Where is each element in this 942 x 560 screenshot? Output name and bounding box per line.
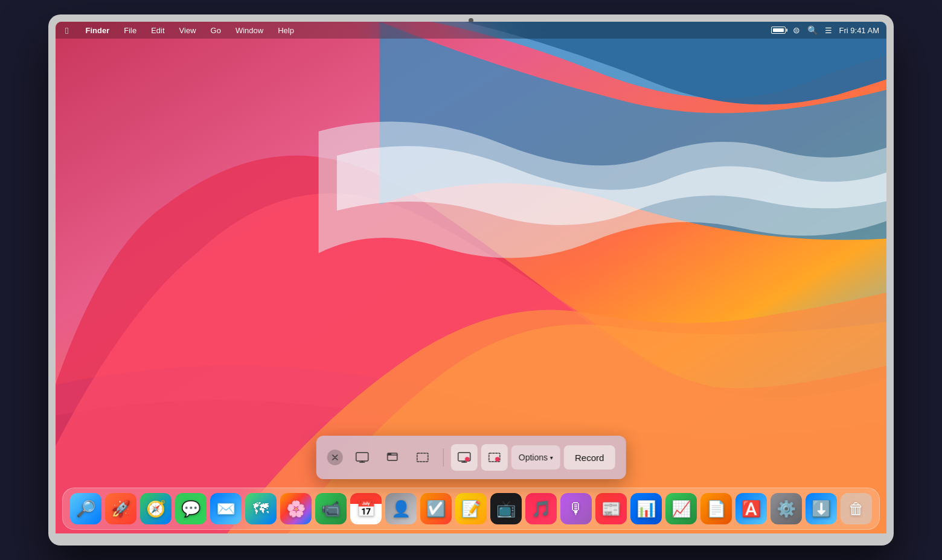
dock-item-launchpad[interactable]: 🚀 [105,493,136,524]
screenshot-toolbar: Options ▾ Record [316,436,626,479]
close-button[interactable] [327,450,343,465]
downloads-icon: ⬇️ [812,493,831,524]
dock-item-messages[interactable]: 💬 [175,493,207,524]
dock-item-notes[interactable]: 📝 [455,493,487,524]
options-label: Options [519,453,548,462]
safari-icon: 🧭 [146,493,165,524]
toolbar-divider [443,448,444,466]
app store-icon: 🅰️ [742,493,761,524]
dock-item-pages[interactable]: 📄 [700,493,732,524]
screen:  Finder File Edit View Go Window Help ⊜ [56,22,886,533]
bottom-bezel [56,533,886,546]
pages-icon: 📄 [706,493,726,524]
desktop: Options ▾ Record 🔎🚀🧭💬✉️🗺🌸📹📅👤☑️📝📺🎵🎙📰📊📈📄🅰️… [56,39,886,533]
dock-item-trash[interactable]: 🗑 [841,493,872,524]
edit-menu[interactable]: Edit [149,25,167,36]
dock-item-finder[interactable]: 🔎 [70,493,101,524]
dock-item-calendar[interactable]: 📅 [350,493,382,524]
svg-point-14 [496,457,499,461]
dock-item-numbers[interactable]: 📈 [665,493,697,524]
svg-rect-8 [417,453,428,462]
capture-selection-button[interactable] [409,444,436,471]
keynote-icon: 📊 [636,493,656,524]
dock-item-mail[interactable]: ✉️ [210,493,242,524]
wifi-icon[interactable]: ⊜ [793,25,800,35]
clock: Fri 9:41 AM [839,26,879,35]
photos-icon: 🌸 [286,493,306,524]
reminders-icon: ☑️ [426,493,446,524]
menubar-left:  Finder File Edit View Go Window Help [63,24,296,37]
music-icon: 🎵 [531,493,551,524]
file-menu[interactable]: File [121,25,139,36]
dock-item-system-preferences[interactable]: ⚙️ [771,493,802,524]
facetime-icon: 📹 [321,493,341,524]
mac-laptop-frame:  Finder File Edit View Go Window Help ⊜ [48,14,894,546]
battery-indicator [771,27,786,34]
svg-point-12 [466,457,469,461]
podcasts-icon: 🎙 [568,493,584,524]
go-menu[interactable]: Go [208,25,223,36]
dock-item-keynote[interactable]: 📊 [630,493,662,524]
finder-menu[interactable]: Finder [83,25,112,36]
view-menu[interactable]: View [177,25,199,36]
dock-item-maps[interactable]: 🗺 [245,493,277,524]
help-menu[interactable]: Help [275,25,296,36]
numbers-icon: 📈 [671,493,691,524]
dock: 🔎🚀🧭💬✉️🗺🌸📹📅👤☑️📝📺🎵🎙📰📊📈📄🅰️⚙️⬇️🗑 [62,488,880,530]
dock-item-apple-tv[interactable]: 📺 [490,493,522,524]
dock-item-reminders[interactable]: ☑️ [420,493,452,524]
record-button[interactable]: Record [564,445,615,469]
dock-item-photos[interactable]: 🌸 [280,493,312,524]
chevron-down-icon: ▾ [550,454,553,461]
record-selection-button[interactable] [481,444,508,471]
finder-icon: 🔎 [76,493,95,524]
dock-item-music[interactable]: 🎵 [525,493,557,524]
system preferences-icon: ⚙️ [777,493,796,524]
contacts-icon: 👤 [391,493,411,524]
options-button[interactable]: Options ▾ [511,445,560,469]
svg-rect-1 [356,453,368,461]
trash-icon: 🗑 [848,493,864,524]
dock-item-app-store[interactable]: 🅰️ [735,493,767,524]
dock-item-safari[interactable]: 🧭 [140,493,171,524]
apple tv-icon: 📺 [496,493,516,524]
menubar:  Finder File Edit View Go Window Help ⊜ [56,22,886,39]
news-icon: 📰 [601,493,621,524]
control-center-icon[interactable]: ☰ [825,26,832,35]
spotlight-icon[interactable]: 🔍 [807,25,818,35]
maps-icon: 🗺 [253,493,269,524]
dock-item-news[interactable]: 📰 [595,493,627,524]
svg-point-6 [388,454,389,455]
record-entire-screen-button[interactable] [451,444,478,471]
mail-icon: ✉️ [216,493,236,524]
messages-icon: 💬 [181,493,200,524]
apple-menu[interactable]:  [63,24,71,37]
capture-window-button[interactable] [379,444,406,471]
window-menu[interactable]: Window [233,25,266,36]
menubar-right: ⊜ 🔍 ☰ Fri 9:41 AM [771,25,879,35]
dock-item-podcasts[interactable]: 🎙 [560,493,592,524]
svg-point-7 [390,454,391,455]
battery-fill [773,28,784,32]
dock-item-facetime[interactable]: 📹 [315,493,347,524]
dock-item-contacts[interactable]: 👤 [385,493,417,524]
capture-entire-screen-button[interactable] [349,444,376,471]
notes-icon: 📝 [461,493,481,524]
calendar-icon: 📅 [356,493,376,524]
battery-body [771,27,786,34]
launchpad-icon: 🚀 [111,493,130,524]
dock-item-downloads[interactable]: ⬇️ [806,493,837,524]
